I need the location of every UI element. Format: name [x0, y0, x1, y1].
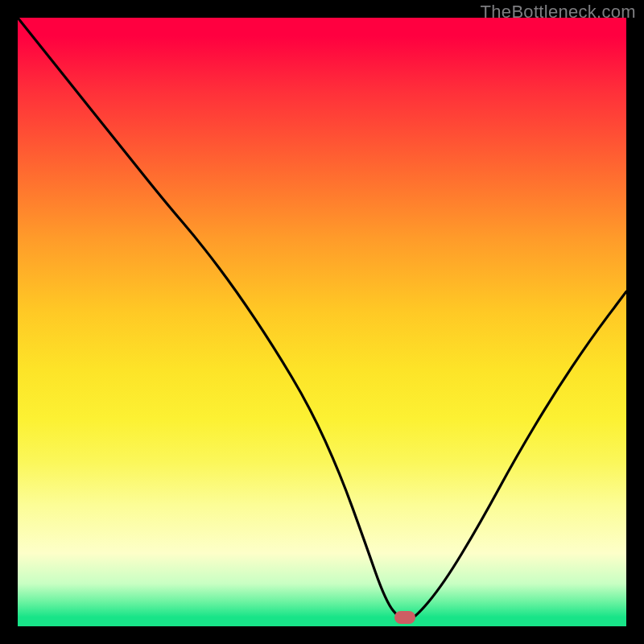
optimal-marker: [394, 611, 415, 624]
plot-area: [18, 18, 626, 626]
bottleneck-curve: [18, 18, 626, 626]
chart-frame: TheBottleneck.com: [0, 0, 644, 644]
watermark-text: TheBottleneck.com: [481, 2, 636, 23]
